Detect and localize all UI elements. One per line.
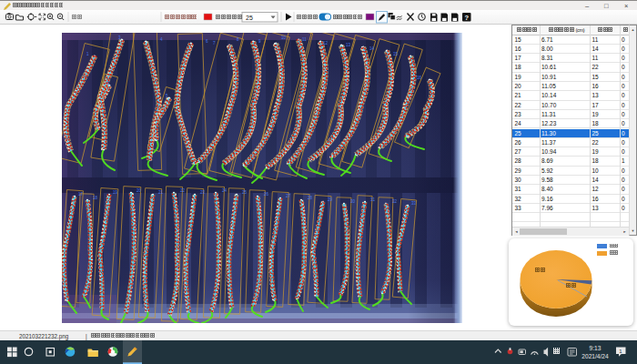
svg-text:11: 11 — [302, 37, 307, 42]
svg-text:13: 13 — [346, 43, 351, 47]
svg-text:24: 24 — [222, 188, 228, 193]
svg-text:14: 14 — [369, 46, 375, 51]
svg-text:26: 26 — [264, 192, 269, 197]
svg-text:29: 29 — [328, 197, 333, 202]
svg-text:19: 19 — [113, 190, 118, 195]
svg-text:28: 28 — [308, 196, 313, 200]
svg-text:23: 23 — [200, 190, 206, 195]
svg-text:25: 25 — [242, 190, 248, 195]
svg-text:12: 12 — [323, 41, 329, 46]
svg-text:17: 17 — [78, 192, 84, 197]
svg-text:25: 25 — [246, 15, 253, 21]
svg-text:16: 16 — [417, 76, 422, 80]
svg-text:15: 15 — [393, 52, 399, 56]
svg-text:33: 33 — [411, 201, 417, 206]
svg-text:?: ? — [465, 14, 470, 22]
svg-text:32: 32 — [392, 199, 398, 204]
svg-text:27: 27 — [286, 194, 291, 198]
svg-text:10: 10 — [281, 35, 287, 40]
svg-text:20: 20 — [136, 188, 142, 193]
svg-text:31: 31 — [370, 197, 376, 202]
svg-text:21: 21 — [158, 190, 164, 195]
svg-text:22: 22 — [180, 188, 186, 193]
svg-text:18: 18 — [93, 196, 98, 200]
svg-text:30: 30 — [350, 199, 356, 204]
